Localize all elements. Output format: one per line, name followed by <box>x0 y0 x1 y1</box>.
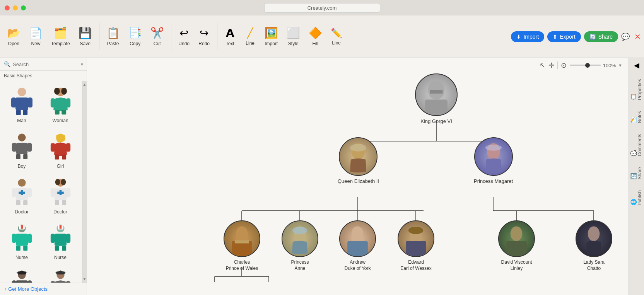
svg-rect-99 <box>232 241 252 256</box>
import-tool-icon: 🖼️ <box>265 27 278 39</box>
arrow-collapse-icon[interactable]: ◀ <box>634 61 639 70</box>
node-andrew[interactable]: Andrew Duke of York <box>339 220 376 271</box>
svg-rect-21 <box>62 154 66 159</box>
shape-grad-m[interactable]: Graduate <box>3 265 40 283</box>
shape-doctor-f[interactable]: Doctor <box>42 174 79 218</box>
fill-button[interactable]: 🔶 Fill <box>305 24 326 49</box>
svg-rect-92 <box>425 100 448 115</box>
svg-point-108 <box>511 226 523 241</box>
notes-panel-item[interactable]: 📝 Notes <box>629 106 644 128</box>
shape-boy[interactable]: Boy <box>3 128 40 172</box>
shape-girl[interactable]: Girl <box>42 128 79 172</box>
new-label: New <box>31 41 40 46</box>
share-panel-item[interactable]: 🔄 Share <box>629 162 644 184</box>
style-button[interactable]: ⬜ Style <box>283 24 304 49</box>
svg-rect-17 <box>12 143 16 152</box>
line-button[interactable]: ╱ Line <box>241 25 260 48</box>
shape-man[interactable]: Man <box>3 82 40 126</box>
svg-rect-38 <box>55 200 59 205</box>
shape-nurse-m[interactable]: Nurse <box>3 219 40 263</box>
get-more-objects[interactable]: + Get More Objects <box>0 283 87 295</box>
node-sara[interactable]: Lady Sara Chatto <box>576 220 612 271</box>
line2-icon: ✏️ <box>331 28 342 39</box>
node-david[interactable]: David Viscount Linley <box>498 220 535 271</box>
main-layout: 🔍 ▼ Basic Shapes <box>0 58 644 295</box>
publish-panel-item[interactable]: 🌐 Publish <box>629 186 644 210</box>
redo-button[interactable]: ↪ Redo <box>195 24 214 49</box>
man-icon <box>11 87 32 116</box>
template-button[interactable]: 🗂️ Template <box>47 24 74 49</box>
scroll-down-icon[interactable]: ▼ <box>83 277 87 281</box>
line2-button[interactable]: ✏️ Line <box>327 26 346 48</box>
search-dropdown-icon[interactable]: ▼ <box>80 62 84 67</box>
chat-icon[interactable]: 💬 <box>621 32 630 41</box>
david-photo <box>498 220 535 257</box>
woman-label: Woman <box>52 118 68 123</box>
cursor-icon[interactable]: ↖ <box>540 61 545 70</box>
search-input[interactable] <box>13 61 78 67</box>
svg-rect-14 <box>16 143 27 154</box>
node-margaret[interactable]: Princess Magaret <box>474 137 513 185</box>
cut-button[interactable]: ✂️ Cut <box>147 24 168 49</box>
left-sidebar: 🔍 ▼ Basic Shapes <box>0 58 87 295</box>
move-icon[interactable]: ✛ <box>548 61 554 70</box>
svg-point-110 <box>588 226 600 241</box>
import-tool-label: Import <box>265 41 278 46</box>
new-button[interactable]: 📄 New <box>25 24 46 49</box>
zoom-dropdown-icon[interactable]: ▼ <box>618 63 622 68</box>
text-label: Text <box>226 41 234 46</box>
canvas-area[interactable]: ↖ ✛ ⊙ 100% ▼ <box>87 58 629 295</box>
svg-rect-47 <box>23 246 27 251</box>
close-top-button[interactable]: ✕ <box>634 32 641 41</box>
andrew-label: Andrew Duke of York <box>344 259 371 271</box>
node-elizabeth[interactable]: Queen Elizabeth II <box>338 137 379 185</box>
url-bar[interactable]: Creately.com <box>264 3 380 13</box>
node-king[interactable]: King Gorge VI <box>415 73 458 125</box>
doctor-m-icon <box>11 178 32 207</box>
paste-button[interactable]: 📋 Paste <box>102 24 124 49</box>
redo-label: Redo <box>198 41 210 46</box>
import-tool-button[interactable]: 🖼️ Import <box>261 24 282 49</box>
maximize-button[interactable] <box>21 5 26 10</box>
undo-button[interactable]: ↩ Undo <box>174 24 194 49</box>
scrollbar[interactable]: ▲ ▼ <box>82 81 87 283</box>
node-edward[interactable]: Edward Earl of Wessex <box>398 220 434 271</box>
open-button[interactable]: 📂 Open <box>3 24 24 49</box>
boy-label: Boy <box>18 164 26 169</box>
svg-rect-55 <box>62 246 66 251</box>
shape-grad-f[interactable]: Graduate <box>42 265 79 283</box>
text-button[interactable]: 𝗔 Text <box>220 24 240 49</box>
copy-button[interactable]: 📑 Copy <box>125 24 146 49</box>
comments-panel-item[interactable]: 💬 Comments <box>629 129 644 161</box>
save-button[interactable]: 💾 Save <box>75 24 96 49</box>
svg-rect-18 <box>27 143 32 152</box>
minimize-button[interactable] <box>13 5 18 10</box>
properties-panel-item[interactable]: 📋 Properties <box>629 74 644 105</box>
export-button-label: Export <box>560 34 575 40</box>
zoom-control: 100% ▼ <box>570 63 622 68</box>
charles-photo <box>224 220 260 257</box>
line-label: Line <box>246 41 255 46</box>
close-button[interactable] <box>5 5 10 10</box>
svg-rect-9 <box>55 110 59 114</box>
scroll-up-icon[interactable]: ▲ <box>83 82 87 87</box>
svg-point-95 <box>350 144 366 151</box>
zoom-slider[interactable] <box>570 65 601 66</box>
export-button[interactable]: ⬆ Export <box>547 31 581 42</box>
shape-woman[interactable]: Woman <box>42 82 79 126</box>
import-button[interactable]: ⬇ Import <box>511 31 544 42</box>
node-charles[interactable]: Charles Prince of Wales <box>224 220 260 271</box>
target-icon[interactable]: ⊙ <box>561 61 567 70</box>
margaret-label: Princess Magaret <box>474 178 513 185</box>
share-button-label: Share <box>598 34 613 40</box>
shape-nurse-f[interactable]: Nurse <box>42 219 79 263</box>
king-photo <box>415 73 458 116</box>
share-button[interactable]: 🔄 Share <box>584 31 618 42</box>
svg-rect-1 <box>15 97 28 110</box>
nurse-f-icon <box>50 223 71 252</box>
doctor-f-label: Doctor <box>53 209 67 215</box>
shape-doctor-m[interactable]: Doctor <box>3 174 40 218</box>
king-label: King Gorge VI <box>420 118 452 125</box>
svg-point-106 <box>408 227 423 234</box>
node-anne[interactable]: Princess Anne <box>282 220 318 271</box>
